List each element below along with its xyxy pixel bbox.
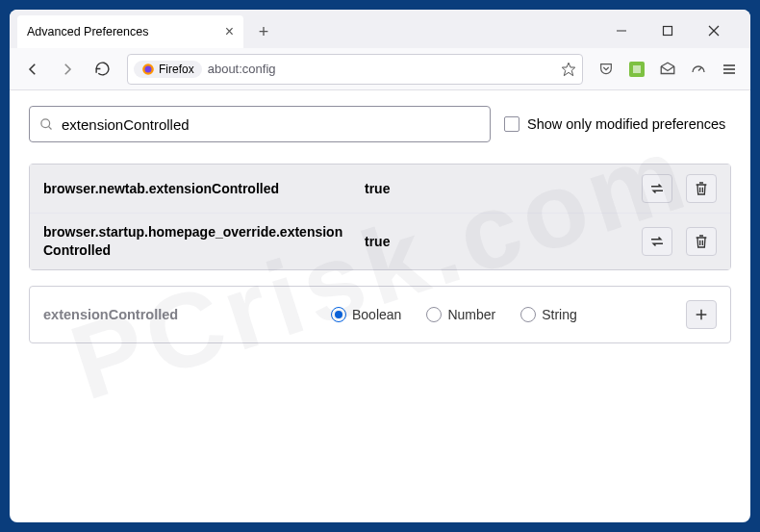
preference-value: true bbox=[365, 234, 628, 249]
pocket-icon[interactable] bbox=[593, 56, 620, 83]
svg-point-5 bbox=[145, 65, 152, 72]
delete-button[interactable] bbox=[686, 227, 717, 256]
inbox-icon[interactable] bbox=[654, 56, 681, 83]
radio-label: Boolean bbox=[352, 307, 401, 322]
preference-row: browser.startup.homepage_override.extens… bbox=[30, 214, 730, 269]
toolbar: Firefox about:config bbox=[10, 48, 750, 90]
browser-window: Advanced Preferences × + bbox=[10, 10, 750, 522]
new-tab-button[interactable]: + bbox=[249, 17, 278, 46]
radio-label: String bbox=[542, 307, 577, 322]
minimize-button[interactable] bbox=[608, 19, 635, 42]
show-modified-checkbox[interactable] bbox=[504, 116, 519, 132]
add-preference-name: extensionControlled bbox=[43, 307, 317, 322]
radio-number[interactable]: Number bbox=[426, 307, 495, 322]
svg-marker-6 bbox=[562, 63, 574, 75]
gauge-icon[interactable] bbox=[685, 56, 712, 83]
svg-point-13 bbox=[41, 118, 50, 127]
window-controls bbox=[608, 19, 743, 48]
back-button[interactable] bbox=[17, 54, 48, 85]
url-text: about:config bbox=[208, 62, 555, 76]
preference-value: true bbox=[365, 181, 628, 196]
add-button[interactable] bbox=[686, 300, 717, 329]
forward-button[interactable] bbox=[52, 54, 83, 85]
svg-line-14 bbox=[48, 126, 51, 129]
close-tab-icon[interactable]: × bbox=[225, 23, 234, 40]
svg-rect-8 bbox=[633, 65, 641, 73]
radio-string[interactable]: String bbox=[520, 307, 577, 322]
add-preference-row: extensionControlled Boolean Number Strin… bbox=[30, 287, 730, 342]
radio-icon bbox=[426, 307, 442, 322]
search-icon bbox=[39, 117, 54, 132]
url-badge-text: Firefox bbox=[159, 63, 194, 76]
url-bar[interactable]: Firefox about:config bbox=[127, 54, 583, 85]
radio-icon bbox=[331, 307, 346, 322]
tab-title: Advanced Preferences bbox=[27, 25, 148, 38]
url-badge: Firefox bbox=[134, 61, 202, 78]
browser-tab[interactable]: Advanced Preferences × bbox=[17, 15, 243, 48]
search-row: Show only modified preferences bbox=[29, 106, 731, 142]
svg-rect-1 bbox=[664, 27, 672, 36]
extension-icon[interactable] bbox=[623, 56, 650, 83]
hamburger-menu-icon[interactable] bbox=[716, 56, 743, 83]
radio-label: Number bbox=[447, 307, 495, 322]
close-window-button[interactable] bbox=[700, 19, 727, 42]
preference-name: browser.newtab.extensionControlled bbox=[43, 180, 351, 198]
bookmark-star-icon[interactable] bbox=[561, 62, 576, 77]
preference-name: browser.startup.homepage_override.extens… bbox=[43, 223, 351, 260]
search-input[interactable] bbox=[62, 116, 480, 133]
type-radio-group: Boolean Number String bbox=[331, 307, 672, 322]
tab-bar: Advanced Preferences × + bbox=[10, 10, 750, 48]
delete-button[interactable] bbox=[686, 174, 717, 203]
preferences-list: browser.newtab.extensionControlled true … bbox=[29, 164, 731, 270]
radio-boolean[interactable]: Boolean bbox=[331, 307, 401, 322]
show-modified-label: Show only modified preferences bbox=[527, 116, 725, 132]
add-preference-section: extensionControlled Boolean Number Strin… bbox=[29, 286, 731, 343]
show-modified-checkbox-wrap[interactable]: Show only modified preferences bbox=[504, 116, 725, 132]
maximize-button[interactable] bbox=[654, 19, 681, 42]
svg-line-9 bbox=[698, 67, 701, 70]
reload-button[interactable] bbox=[87, 54, 117, 85]
toggle-button[interactable] bbox=[642, 174, 672, 203]
firefox-icon bbox=[141, 63, 155, 76]
preference-row: browser.newtab.extensionControlled true bbox=[30, 165, 730, 214]
radio-icon bbox=[520, 307, 536, 322]
content-area: Show only modified preferences browser.n… bbox=[10, 90, 750, 522]
toggle-button[interactable] bbox=[642, 227, 672, 256]
search-box[interactable] bbox=[29, 106, 491, 142]
